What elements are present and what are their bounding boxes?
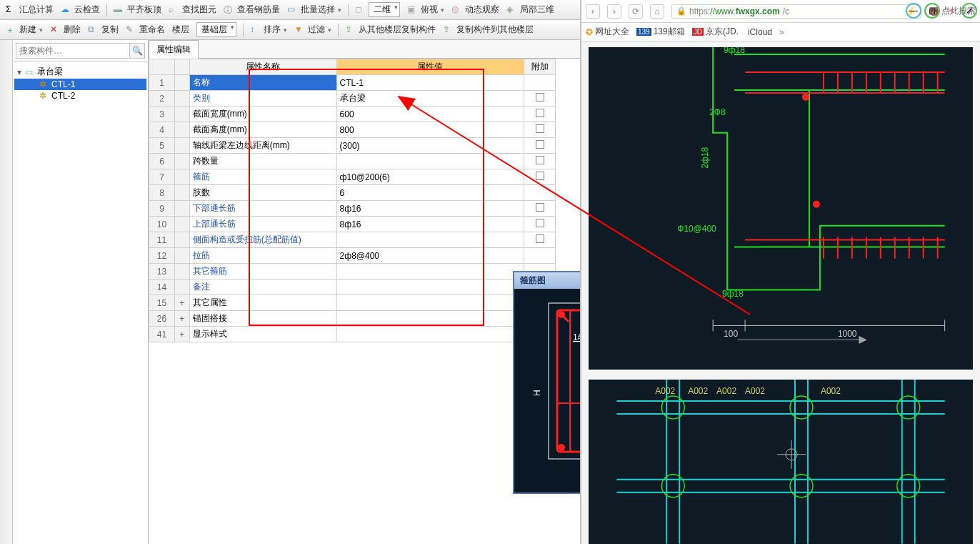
btn-dyn[interactable]: ◎动态观察	[449, 2, 502, 17]
pick-2d[interactable]: ◻二维	[352, 1, 403, 19]
btn-rename[interactable]: ✎重命名	[123, 22, 168, 37]
btn-showrebar[interactable]: ⓘ查看钢筋量	[221, 2, 283, 17]
browser-home[interactable]: ⌂	[650, 4, 664, 19]
btn-cloud[interactable]: ☁云检查	[58, 2, 103, 17]
close-button[interactable]: ✂	[943, 3, 959, 19]
btn-local3d[interactable]: ◈局部三维	[504, 2, 557, 17]
prop-value[interactable]: 8ф16	[336, 201, 524, 217]
btn-del[interactable]: ✕删除	[47, 22, 84, 37]
tree-item-ctl2[interactable]: ✲ CTL-2	[14, 90, 146, 102]
btn-findelem[interactable]: ⌕查找图元	[166, 2, 219, 17]
prop-name[interactable]: 轴线距梁左边线距离(mm)	[189, 138, 336, 154]
col-name[interactable]: 属性名称	[189, 59, 336, 75]
prop-attach[interactable]	[524, 138, 556, 154]
btn-copyfrom[interactable]: ⇪从其他楼层复制构件	[342, 22, 439, 37]
prop-attach[interactable]	[524, 248, 556, 264]
prop-row[interactable]: 9下部通长筋8ф16	[149, 201, 556, 217]
collapse-icon[interactable]: ▾	[16, 67, 23, 77]
prop-attach[interactable]	[524, 185, 556, 201]
prop-value[interactable]	[336, 232, 524, 248]
prop-row[interactable]: 13其它箍筋	[149, 264, 556, 280]
search-input[interactable]	[16, 43, 130, 59]
btn-plan[interactable]: ▣俯视▾	[404, 2, 447, 17]
browser-forward[interactable]: ›	[607, 4, 621, 19]
prop-name[interactable]: 跨数量	[189, 154, 336, 169]
prop-value[interactable]: 承台梁	[336, 91, 524, 107]
prop-value[interactable]	[336, 280, 524, 295]
prop-name[interactable]: 其它属性	[189, 295, 336, 311]
prop-value[interactable]: ф10@200(6)	[336, 169, 524, 185]
prop-attach[interactable]	[524, 107, 556, 122]
prop-row[interactable]: 15+其它属性	[149, 295, 556, 311]
minimize-button[interactable]: —	[906, 3, 921, 19]
prop-value[interactable]: 8ф16	[336, 217, 524, 232]
prop-value[interactable]: 600	[336, 107, 524, 122]
prop-name[interactable]: 类别	[189, 91, 336, 107]
prop-attach[interactable]	[524, 75, 556, 91]
prop-name[interactable]: 侧面构造或受扭筋(总配筋值)	[189, 232, 336, 248]
prop-attach[interactable]	[524, 232, 556, 248]
prop-value[interactable]	[336, 327, 524, 342]
bm-more[interactable]: »	[779, 27, 784, 37]
btn-filter[interactable]: ▼过滤▾	[291, 22, 334, 37]
prop-attach[interactable]	[524, 154, 556, 169]
prop-name[interactable]: 截面高度(mm)	[189, 122, 336, 138]
prop-name[interactable]: 上部通长筋	[189, 217, 336, 232]
prop-attach[interactable]	[524, 217, 556, 232]
prop-value[interactable]	[336, 154, 524, 169]
prop-value[interactable]: CTL-1	[336, 75, 524, 91]
prop-name[interactable]: 截面宽度(mm)	[189, 107, 336, 122]
bm-all[interactable]: ✪网址大全	[586, 26, 629, 38]
prop-row[interactable]: 2类别承台梁	[149, 91, 556, 107]
bm-icloud[interactable]: iCloud	[746, 27, 772, 37]
btn-copy[interactable]: ⧉复制	[85, 22, 121, 37]
search-button[interactable]: 🔍	[130, 43, 145, 59]
btn-copyto[interactable]: ⇪复制构件到其他楼层	[440, 22, 536, 37]
prop-row[interactable]: 1名称CTL-1	[149, 75, 556, 91]
btn-new[interactable]: ＋新建▾	[3, 22, 46, 37]
prop-value[interactable]: (300)	[336, 138, 524, 154]
tab-properties[interactable]: 属性编辑	[149, 40, 199, 59]
prop-row[interactable]: 12拉筋2ф8@400	[149, 248, 556, 264]
cad-view-plan[interactable]: A002A002 A002A002 A002CTL-1 A002A002 800…	[589, 380, 973, 544]
pick-layer[interactable]: 基础层	[194, 21, 239, 39]
btn-sum[interactable]: Σ汇总计算	[3, 2, 56, 17]
prop-name[interactable]: 下部通长筋	[189, 201, 336, 217]
prop-value[interactable]	[336, 264, 524, 280]
btn-batch[interactable]: ▭批量选择▾	[284, 2, 344, 17]
tree-root[interactable]: ▾ ▭ 承台梁	[14, 65, 146, 79]
panel-grip[interactable]	[0, 40, 13, 544]
prop-row[interactable]: 14备注	[149, 280, 556, 295]
row-expand[interactable]: +	[175, 327, 190, 342]
prop-row[interactable]: 10上部通长筋8ф16	[149, 217, 556, 232]
prop-row[interactable]: 4截面高度(mm)800	[149, 122, 556, 138]
expand-button[interactable]: ⤢	[961, 3, 977, 19]
prop-row[interactable]: 5轴线距梁左边线距离(mm)(300)	[149, 138, 556, 154]
prop-name[interactable]: 显示样式	[189, 327, 336, 342]
cad-view-section[interactable]: 9ф18 2Ф8 2ф18 Ф10@400 9ф18 100 1000	[589, 47, 973, 370]
prop-attach[interactable]	[524, 169, 556, 185]
prop-attach[interactable]	[524, 122, 556, 138]
prop-attach[interactable]	[524, 201, 556, 217]
browser-reload[interactable]: ⟳	[629, 4, 643, 19]
prop-name[interactable]: 拉筋	[189, 248, 336, 264]
prop-name[interactable]: 名称	[189, 75, 336, 91]
prop-row[interactable]: 41+显示样式	[149, 327, 556, 342]
prop-name[interactable]: 其它箍筋	[189, 264, 336, 280]
prop-attach[interactable]	[524, 91, 556, 107]
prop-value[interactable]	[336, 311, 524, 327]
prop-value[interactable]: 6	[336, 185, 524, 201]
row-expand[interactable]: +	[175, 311, 190, 327]
bm-mail[interactable]: 139139邮箱	[636, 26, 685, 38]
prop-value[interactable]: 800	[336, 122, 524, 138]
bm-jd[interactable]: JD京东(JD.	[692, 26, 739, 38]
prop-row[interactable]: 6跨数量	[149, 154, 556, 169]
btn-sort[interactable]: ↕排序▾	[247, 22, 290, 37]
prop-value[interactable]: 2ф8@400	[336, 248, 524, 264]
prop-name[interactable]: 备注	[189, 280, 336, 295]
prop-row[interactable]: 8肢数6	[149, 185, 556, 201]
col-attach[interactable]: 附加	[524, 59, 556, 75]
prop-row[interactable]: 11侧面构造或受扭筋(总配筋值)	[149, 232, 556, 248]
prop-name[interactable]: 箍筋	[189, 169, 336, 185]
row-expand[interactable]: +	[175, 295, 190, 311]
